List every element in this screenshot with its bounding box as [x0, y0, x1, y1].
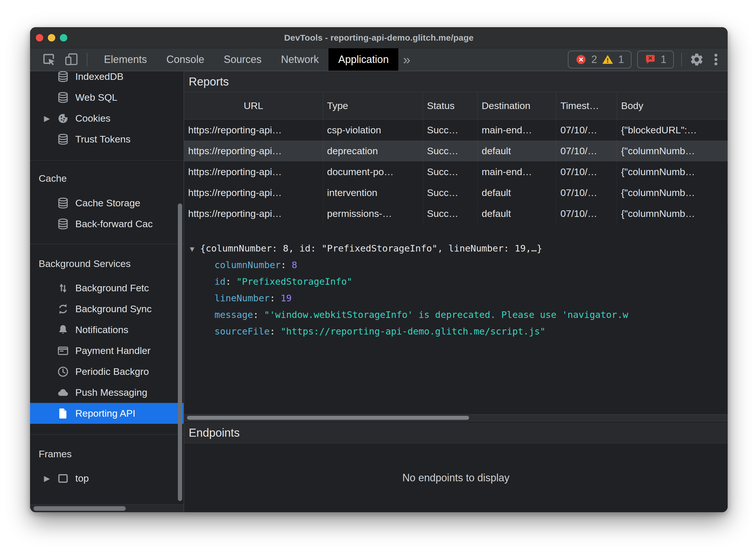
json-key: lineNumber: [215, 293, 270, 304]
sidebar-horizontal-scrollbar[interactable]: [33, 506, 126, 511]
endpoints-empty-state: No endpoints to display: [184, 443, 728, 512]
sidebar-item-background-fetch[interactable]: Background Fetc: [30, 278, 184, 299]
sidebar-vertical-scrollbar[interactable]: [178, 203, 182, 501]
endpoints-title: Endpoints: [189, 426, 240, 439]
cell-timestamp: 07/10/…: [556, 141, 617, 161]
json-property: message:"'window.webkitStorageInfo' is d…: [184, 306, 728, 323]
column-header-timestamp[interactable]: Timest…: [556, 92, 617, 119]
endpoints-empty-message: No endpoints to display: [403, 472, 509, 484]
issues-icon: [644, 54, 656, 65]
cell-status: Succ…: [423, 141, 478, 161]
table-row[interactable]: https://reporting-api… permissions-… Suc…: [184, 203, 728, 224]
device-toolbar-icon[interactable]: [63, 48, 80, 71]
sidebar-item-back-forward-cache[interactable]: Back-forward Cac: [30, 213, 184, 234]
table-row[interactable]: https://reporting-api… document-po… Succ…: [184, 161, 728, 182]
cell-timestamp: 07/10/…: [556, 161, 617, 182]
json-value: 19: [281, 293, 292, 304]
reports-section-header: Reports: [184, 71, 728, 92]
sidebar-item-payment-handler[interactable]: Payment Handler: [30, 340, 184, 361]
tab-application[interactable]: Application: [328, 48, 398, 71]
sidebar-item-web-sql[interactable]: Web SQL: [30, 87, 184, 108]
endpoints-section-header: Endpoints: [184, 422, 728, 443]
cell-type: csp-violation: [323, 120, 423, 141]
json-value: 8: [292, 259, 297, 271]
sidebar-item-cache-storage[interactable]: Cache Storage: [30, 193, 184, 213]
sidebar-section-frames: Frames: [30, 443, 184, 464]
issues-badge[interactable]: 1: [637, 51, 674, 68]
tab-network[interactable]: Network: [271, 48, 328, 71]
sidebar-section-cache: Cache: [30, 168, 184, 189]
main-horizontal-scrollbar-track: [184, 414, 728, 421]
cell-status: Succ…: [423, 120, 478, 141]
table-row-selected[interactable]: https://reporting-api… deprecation Succ……: [184, 141, 728, 161]
json-preview-line[interactable]: ▼{columnNumber: 8, id: "PrefixedStorageI…: [184, 240, 728, 257]
database-icon: [56, 197, 70, 210]
table-row[interactable]: https://reporting-api… intervention Succ…: [184, 182, 728, 203]
cell-body: {"columnNumb…: [617, 182, 728, 203]
column-header-type[interactable]: Type: [323, 92, 423, 119]
sidebar-item-indexeddb[interactable]: IndexedDB: [30, 71, 184, 87]
database-icon: [56, 133, 70, 146]
sidebar-item-push-messaging[interactable]: Push Messaging: [30, 382, 184, 403]
sidebar-scroll-area: IndexedDB Web SQL ▶: [30, 71, 184, 489]
cell-url: https://reporting-api…: [184, 161, 323, 182]
table-row[interactable]: https://reporting-api… csp-violation Suc…: [184, 120, 728, 141]
expand-triangle-icon[interactable]: ▶: [42, 114, 52, 123]
error-icon: [575, 54, 587, 65]
sidebar-item-label: Trust Tokens: [75, 134, 130, 145]
sidebar-item-reporting-api[interactable]: Reporting API: [30, 403, 184, 424]
sidebar-item-label: Notifications: [75, 324, 128, 335]
error-count: 2: [591, 53, 597, 66]
kebab-menu-icon[interactable]: [713, 52, 719, 67]
json-property: lineNumber:19: [184, 290, 728, 306]
sidebar-item-notifications[interactable]: Notifications: [30, 319, 184, 340]
sidebar-item-periodic-background-sync[interactable]: Periodic Backgro: [30, 361, 184, 382]
cell-timestamp: 07/10/…: [556, 182, 617, 203]
tab-elements[interactable]: Elements: [94, 48, 156, 71]
devtools-toolbar: Elements Console Sources Network Applica…: [30, 48, 728, 71]
document-icon: [56, 407, 70, 420]
column-header-status[interactable]: Status: [423, 92, 478, 119]
main-horizontal-scrollbar[interactable]: [187, 416, 469, 420]
warning-icon: [602, 54, 614, 65]
sidebar-item-label: Push Messaging: [75, 387, 147, 398]
sidebar-item-label: Cookies: [75, 113, 111, 124]
sidebar-item-trust-tokens[interactable]: Trust Tokens: [30, 129, 184, 150]
column-header-destination[interactable]: Destination: [478, 92, 556, 119]
console-status-badge[interactable]: 2 1: [568, 51, 631, 68]
cell-url: https://reporting-api…: [184, 120, 323, 141]
cell-destination: default: [478, 182, 556, 203]
cloud-icon: [56, 386, 70, 399]
more-tabs-icon[interactable]: »: [398, 48, 415, 71]
sidebar-item-top-frame[interactable]: ▶ top: [30, 468, 184, 489]
sidebar-item-cookies[interactable]: ▶ Cookies: [30, 108, 184, 129]
tab-console[interactable]: Console: [156, 48, 214, 71]
expand-triangle-icon[interactable]: ▶: [42, 474, 52, 483]
column-header-body[interactable]: Body: [617, 92, 728, 119]
settings-gear-icon[interactable]: [689, 52, 704, 67]
card-icon: [56, 344, 70, 357]
json-key: columnNumber: [215, 259, 281, 271]
cell-type: permissions-…: [323, 203, 423, 224]
frame-icon: [56, 472, 70, 485]
json-property: columnNumber:8: [184, 257, 728, 273]
sidebar-item-background-sync[interactable]: Background Sync: [30, 299, 184, 319]
sidebar-item-label: IndexedDB: [75, 71, 123, 82]
report-body-viewer: ▼{columnNumber: 8, id: "PrefixedStorageI…: [184, 224, 728, 414]
column-header-url[interactable]: URL: [184, 92, 323, 119]
titlebar: DevTools - reporting-api-demo.glitch.me/…: [30, 27, 728, 48]
sidebar-item-label: top: [75, 473, 89, 484]
cell-destination: main-end…: [478, 161, 556, 182]
clock-icon: [56, 365, 70, 378]
reports-table-header: URL Type Status Destination Timest… Body: [184, 92, 728, 120]
inspect-element-icon[interactable]: [40, 48, 57, 71]
tab-sources[interactable]: Sources: [214, 48, 271, 71]
collapse-triangle-icon[interactable]: ▼: [190, 240, 200, 257]
database-icon: [56, 218, 70, 231]
sidebar-item-label: Payment Handler: [75, 345, 151, 356]
fetch-arrows-icon: [56, 282, 70, 295]
sidebar-item-label: Reporting API: [75, 408, 136, 419]
bell-icon: [56, 323, 70, 336]
database-icon: [56, 71, 70, 83]
cell-url: https://reporting-api…: [184, 203, 323, 224]
